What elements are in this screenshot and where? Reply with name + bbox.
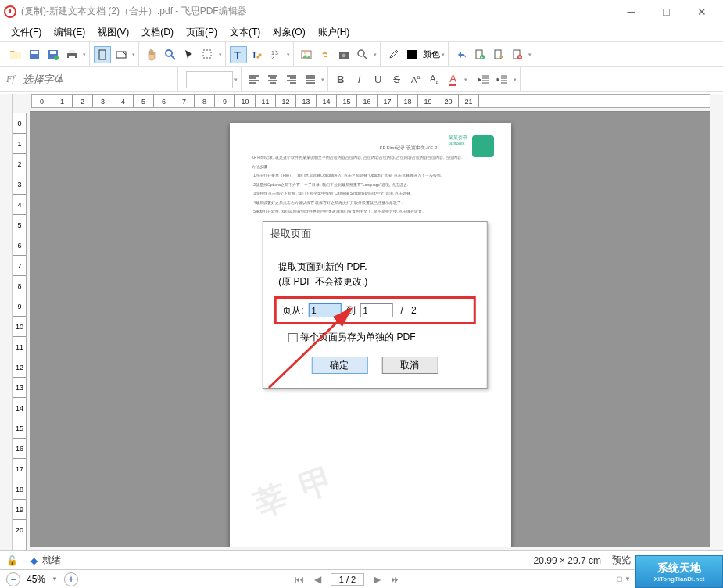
svg-point-22 — [358, 50, 364, 56]
menu-object[interactable]: 对象(O) — [267, 24, 311, 41]
svg-rect-12 — [203, 50, 211, 58]
color-label: 颜色 — [423, 48, 440, 60]
link-icon[interactable] — [317, 46, 334, 63]
page-landscape-icon[interactable] — [113, 46, 130, 63]
title-bar: (复制)-新建文本文档 (2)（合并）.pdf - 飞思PDF编辑器 ─ □ ✕ — [0, 0, 723, 23]
align-center-icon[interactable] — [264, 71, 281, 88]
selection-icon[interactable] — [199, 46, 217, 63]
minimize-button[interactable]: ─ — [614, 0, 649, 23]
page-portrait-icon[interactable] — [94, 46, 111, 63]
text-tool-icon[interactable]: T — [230, 46, 247, 63]
svg-point-21 — [342, 53, 346, 57]
page-dimensions: 20.99 × 29.7 cm — [534, 555, 601, 566]
preview-label[interactable]: 预览 — [612, 554, 631, 567]
from-label: 页从: — [282, 304, 303, 317]
align-left-icon[interactable] — [245, 71, 263, 88]
menu-page[interactable]: 页面(P) — [180, 24, 224, 41]
svg-rect-6 — [69, 50, 75, 53]
strikethrough-icon[interactable]: S — [388, 71, 406, 88]
zoom-icon[interactable] — [162, 46, 179, 63]
print-icon[interactable] — [63, 46, 81, 63]
dialog-title: 提取页面 — [263, 222, 486, 246]
zoom-dropdown-icon[interactable]: ▼ — [52, 575, 58, 583]
next-page-button[interactable]: ▶ — [370, 574, 383, 585]
menu-text[interactable]: 文本(T) — [224, 24, 267, 41]
menu-file[interactable]: 文件(F) — [5, 24, 48, 41]
page-area[interactable]: 某某资讯pdftools KF First记录 设置中文-KF P… KF Fi… — [30, 111, 710, 547]
open-icon[interactable] — [7, 46, 24, 63]
svg-text:3: 3 — [275, 50, 278, 56]
subscript-icon[interactable]: Aa — [426, 71, 443, 88]
font-size-select[interactable] — [186, 71, 233, 88]
bold-icon[interactable]: B — [332, 71, 349, 88]
font-color-icon[interactable]: A — [445, 71, 462, 88]
image-icon[interactable] — [298, 46, 315, 63]
svg-rect-3 — [50, 51, 56, 54]
menu-view[interactable]: 视图(V) — [91, 24, 135, 41]
from-page-input[interactable] — [309, 303, 342, 317]
workspace: 0123456789101112131415161718192021 01234… — [0, 94, 723, 550]
hand-icon[interactable] — [143, 46, 160, 63]
sidebar-tabs[interactable] — [0, 94, 13, 550]
svg-text:2: 2 — [271, 55, 274, 60]
menu-edit[interactable]: 编辑(E) — [48, 24, 91, 41]
zoom-out-button[interactable]: − — [6, 572, 20, 586]
save-separate-checkbox[interactable] — [288, 333, 297, 342]
color-swatch-icon[interactable] — [403, 46, 421, 63]
svg-text:×: × — [518, 55, 521, 59]
italic-icon[interactable]: I — [351, 71, 368, 88]
save-icon[interactable] — [26, 46, 43, 63]
lock-dash: - — [23, 555, 26, 566]
canvas-wrapper: 0123456789101112131415161718192021 01234… — [13, 94, 723, 550]
ok-button[interactable]: 确定 — [311, 357, 367, 374]
brand-watermark: 系统天地 XiTongTianDi.net — [635, 555, 723, 588]
align-right-icon[interactable] — [283, 71, 300, 88]
prev-page-button[interactable]: ◀ — [312, 574, 324, 585]
camera-icon[interactable] — [335, 46, 353, 63]
to-page-input[interactable] — [360, 303, 393, 317]
superscript-icon[interactable]: Aa — [407, 71, 424, 88]
font-select[interactable] — [18, 68, 174, 91]
save-as-icon[interactable] — [45, 46, 62, 63]
app-icon — [4, 5, 16, 18]
pointer-icon[interactable] — [181, 46, 198, 63]
find-icon[interactable] — [354, 46, 371, 63]
svg-line-11 — [171, 56, 175, 59]
menu-document[interactable]: 文档(D) — [135, 24, 180, 41]
ruler-horizontal: 0123456789101112131415161718192021 — [31, 94, 710, 108]
page-indicator[interactable]: 1 / 2 — [331, 573, 364, 586]
underline-icon[interactable]: U — [370, 71, 387, 88]
window-title: (复制)-新建文本文档 (2)（合并）.pdf - 飞思PDF编辑器 — [21, 5, 614, 18]
align-justify-icon[interactable] — [302, 71, 319, 88]
fit-dropdown-icon[interactable]: ▢ ▼ — [617, 575, 631, 583]
text-number-icon[interactable]: 123 — [267, 46, 285, 63]
close-button[interactable]: ✕ — [684, 0, 719, 23]
status-bullet: ◆ — [30, 555, 38, 566]
svg-rect-9 — [116, 52, 126, 58]
toolbar-format: Ff B I U S Aa Aa A — [0, 67, 723, 92]
maximize-button[interactable]: □ — [649, 0, 684, 23]
cancel-button[interactable]: 取消 — [381, 357, 438, 374]
svg-rect-24 — [407, 50, 417, 59]
indent-increase-icon[interactable] — [494, 71, 511, 88]
undo-icon[interactable] — [453, 46, 470, 63]
last-page-button[interactable]: ⏭ — [389, 574, 402, 585]
text-edit-icon[interactable]: T — [249, 46, 266, 63]
dialog-text-line1: 提取页面到新的 PDF. — [278, 260, 471, 274]
watermark-text: 莘 甲 — [248, 457, 342, 526]
extract-pages-dialog: 提取页面 提取页面到新的 PDF. (原 PDF 不会被更改.) 页从: 到 /… — [262, 221, 487, 389]
ruler-vertical: 01234567891011121314151617181920 — [13, 113, 27, 550]
menu-account[interactable]: 账户(H) — [312, 24, 356, 41]
indent-decrease-icon[interactable] — [475, 71, 492, 88]
svg-point-4 — [54, 56, 59, 60]
zoom-in-button[interactable]: + — [64, 572, 78, 586]
first-page-button[interactable]: ⏮ — [293, 574, 306, 585]
zoom-bar: − 45% ▼ + ⏮ ◀ 1 / 2 ▶ ⏭ ▢ ▼ — [0, 569, 723, 588]
zoom-percent[interactable]: 45% — [27, 574, 45, 585]
page-delete-icon[interactable]: × — [509, 46, 526, 63]
svg-rect-8 — [99, 50, 106, 59]
page-move-icon[interactable] — [490, 46, 507, 63]
checkbox-label: 每个页面另存为单独的 PDF — [300, 331, 415, 344]
page-add-icon[interactable]: + — [471, 46, 489, 63]
eyedropper-icon[interactable] — [385, 46, 402, 63]
